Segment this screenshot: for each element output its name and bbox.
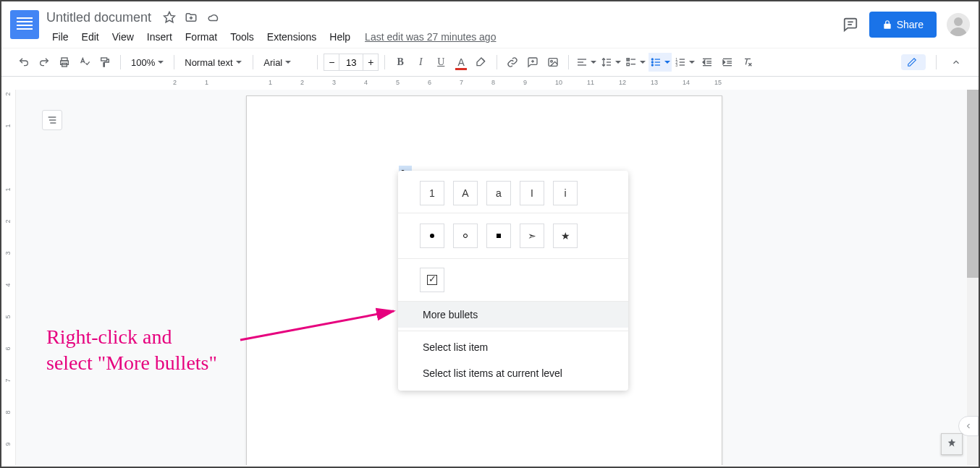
share-button[interactable]: Share [869, 12, 937, 38]
caret-icon [236, 61, 242, 67]
separator [317, 55, 318, 69]
print-button[interactable] [55, 53, 74, 72]
bullet-circle-option[interactable] [453, 224, 478, 248]
font-size-control: − + [324, 54, 379, 71]
paragraph-style-dropdown[interactable]: Normal text [180, 53, 247, 72]
editing-mode-dropdown[interactable] [901, 54, 926, 70]
text-color-button[interactable]: A [452, 53, 470, 72]
style-value: Normal text [185, 57, 232, 68]
svg-point-24 [652, 61, 654, 63]
explore-button[interactable] [941, 433, 963, 455]
align-dropdown[interactable] [575, 53, 598, 72]
undo-button[interactable] [14, 53, 33, 72]
add-comment-button[interactable] [523, 53, 542, 72]
document-outline-button[interactable] [42, 110, 62, 130]
italic-button[interactable]: I [411, 53, 430, 72]
increase-font-size-button[interactable]: + [363, 54, 379, 71]
zoom-dropdown[interactable]: 100% [127, 53, 168, 72]
vertical-ruler[interactable]: 211234567891011 [1, 90, 16, 465]
caret-icon [640, 61, 646, 67]
lock-icon [882, 20, 892, 30]
select-list-item[interactable]: Select list item [398, 334, 628, 360]
annotation-text: Right-click and select "More bullets" [46, 324, 217, 377]
svg-marker-0 [164, 12, 175, 22]
menu-tools[interactable]: Tools [224, 28, 260, 46]
separator [384, 55, 385, 69]
menu-insert[interactable]: Insert [141, 28, 178, 46]
underline-button[interactable]: U [431, 53, 450, 72]
svg-rect-20 [627, 63, 629, 65]
more-bullets-item[interactable]: More bullets [398, 302, 628, 328]
svg-rect-7 [101, 58, 107, 61]
horizontal-ruler[interactable]: 21123456789101112131415 [1, 77, 979, 90]
paint-format-button[interactable] [96, 53, 114, 72]
bullet-checkbox-option[interactable] [420, 268, 444, 292]
increase-indent-button[interactable] [718, 53, 737, 72]
hide-menus-button[interactable] [947, 53, 966, 72]
menu-file[interactable]: File [46, 28, 75, 46]
numbered-options-row: 1 A a I i [398, 171, 628, 213]
caret-icon [158, 61, 164, 67]
list-option-1[interactable]: 1 [420, 181, 444, 205]
bullet-arrow-option[interactable]: ➣ [520, 224, 544, 248]
bullet-square-option[interactable] [486, 224, 511, 248]
decrease-indent-button[interactable] [698, 53, 717, 72]
font-dropdown[interactable]: Arial [259, 53, 311, 72]
menu-help[interactable]: Help [324, 28, 356, 46]
list-option-A[interactable]: A [453, 181, 478, 205]
bold-button[interactable]: B [391, 53, 410, 72]
bullet-star-option[interactable]: ★ [553, 224, 578, 248]
list-option-a[interactable]: a [486, 181, 511, 205]
insert-link-button[interactable] [503, 53, 522, 72]
checklist-dropdown[interactable] [624, 53, 647, 72]
header: Untitled document File Edit View Insert … [1, 1, 979, 48]
move-icon[interactable] [185, 11, 198, 24]
scrollbar-thumb[interactable] [967, 90, 979, 278]
svg-text:3: 3 [676, 63, 678, 67]
list-option-I[interactable]: I [520, 181, 544, 205]
svg-point-11 [551, 60, 553, 62]
last-edit-link[interactable]: Last edit was 27 minutes ago [365, 31, 496, 43]
cloud-status-icon[interactable] [206, 11, 221, 24]
highlight-color-button[interactable] [472, 53, 491, 72]
menu-view[interactable]: View [106, 28, 140, 46]
separator [253, 55, 253, 69]
pencil-icon [907, 57, 917, 67]
line-spacing-dropdown[interactable] [599, 53, 622, 72]
caret-icon [664, 61, 670, 67]
numbered-list-dropdown[interactable]: 123 [673, 53, 696, 72]
docs-logo-icon[interactable] [10, 10, 39, 39]
share-label: Share [897, 19, 924, 30]
separator [174, 55, 174, 69]
font-value: Arial [263, 57, 282, 68]
header-right: Share [842, 12, 970, 38]
svg-point-3 [954, 17, 963, 26]
checkbox-options-row [398, 259, 628, 302]
comment-history-icon[interactable] [842, 16, 859, 33]
vertical-scrollbar[interactable] [967, 90, 979, 465]
spellcheck-button[interactable] [75, 53, 94, 72]
menu-edit[interactable]: Edit [76, 28, 105, 46]
clear-formatting-button[interactable] [738, 53, 757, 72]
redo-button[interactable] [35, 53, 54, 72]
toolbar: 100% Normal text Arial − + B I U A 123 [1, 48, 979, 77]
document-title[interactable]: Untitled document [46, 10, 151, 25]
insert-image-button[interactable] [544, 53, 562, 72]
annotation-line1: Right-click and [46, 324, 217, 350]
bullet-options-row: ➣ ★ [398, 213, 628, 259]
caret-icon [285, 61, 291, 67]
menu-extensions[interactable]: Extensions [261, 28, 322, 46]
star-icon[interactable] [163, 11, 176, 24]
user-avatar[interactable] [947, 13, 970, 36]
list-context-menu: 1 A a I i ➣ ★ More bullets Select list i… [398, 171, 628, 391]
menu-format[interactable]: Format [179, 28, 223, 46]
caret-icon [615, 61, 621, 67]
bulleted-list-dropdown[interactable] [649, 53, 672, 72]
list-option-i[interactable]: i [553, 181, 578, 205]
select-list-items-level[interactable]: Select list items at current level [398, 360, 628, 386]
bullet-disc-option[interactable] [420, 224, 444, 248]
menu-divider [398, 331, 628, 331]
decrease-font-size-button[interactable]: − [324, 54, 339, 71]
font-size-input[interactable] [339, 54, 363, 71]
separator [120, 55, 121, 69]
